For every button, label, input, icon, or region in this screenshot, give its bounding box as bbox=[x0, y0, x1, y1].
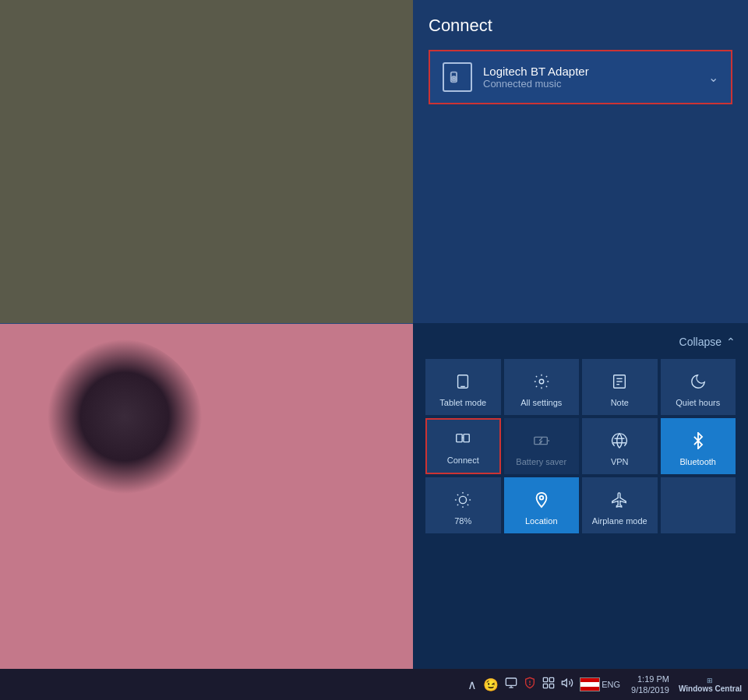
svg-point-29 bbox=[539, 496, 543, 500]
flag-icon bbox=[580, 677, 600, 691]
svg-rect-10 bbox=[457, 434, 462, 442]
tile-tablet-mode[interactable]: Tablet mode bbox=[425, 359, 501, 415]
tile-connect-label: Connect bbox=[447, 456, 479, 465]
note-icon bbox=[611, 373, 628, 395]
tile-vpn-label: VPN bbox=[611, 457, 629, 466]
tile-bluetooth[interactable]: Bluetooth bbox=[661, 418, 736, 474]
taskbar-date: 9/18/2019 bbox=[631, 684, 669, 695]
location-icon bbox=[533, 491, 550, 513]
svg-rect-37 bbox=[544, 684, 548, 688]
connect-icon bbox=[454, 431, 471, 452]
svg-point-5 bbox=[539, 379, 544, 384]
chevron-down-icon: ⌄ bbox=[708, 70, 718, 85]
tile-airplane-mode-label: Airplane mode bbox=[592, 516, 647, 526]
tile-note[interactable]: Note bbox=[582, 359, 658, 415]
device-status: Connected music bbox=[483, 78, 708, 90]
svg-point-20 bbox=[460, 496, 467, 503]
tile-vpn[interactable]: VPN bbox=[582, 418, 658, 474]
svg-rect-38 bbox=[550, 684, 554, 688]
speaker-icon bbox=[443, 62, 472, 92]
tile-quiet-hours[interactable]: Quiet hours bbox=[661, 359, 736, 415]
tile-bluetooth-label: Bluetooth bbox=[680, 457, 716, 466]
svg-line-15 bbox=[539, 438, 542, 441]
desktop-background-top-left bbox=[0, 0, 413, 323]
quick-actions-grid: Tablet mode All settings Not bbox=[425, 359, 736, 533]
svg-rect-30 bbox=[506, 678, 517, 685]
tablet-mode-icon bbox=[454, 373, 471, 395]
tile-location[interactable]: Location bbox=[504, 477, 580, 533]
tile-empty-4 bbox=[661, 477, 736, 533]
tile-connect[interactable]: Connect bbox=[425, 418, 501, 474]
taskbar: ∧ 😉 bbox=[0, 669, 748, 700]
svg-point-2 bbox=[453, 78, 455, 79]
taskbar-brand-label: Windows Central bbox=[679, 684, 742, 693]
tile-tablet-mode-label: Tablet mode bbox=[439, 398, 486, 407]
airplane-mode-icon bbox=[611, 491, 628, 513]
svg-line-24 bbox=[468, 505, 468, 505]
svg-line-28 bbox=[468, 494, 468, 495]
desktop-background-bottom-left bbox=[0, 323, 413, 670]
taskbar-screen-icon[interactable] bbox=[505, 677, 517, 692]
svg-line-27 bbox=[457, 505, 458, 505]
tile-all-settings-label: All settings bbox=[520, 398, 562, 407]
svg-point-34 bbox=[530, 684, 531, 685]
brightness-icon bbox=[454, 491, 471, 513]
taskbar-volume-icon[interactable] bbox=[561, 677, 573, 692]
action-center: Collapse ⌃ Tablet mode All setting bbox=[413, 323, 748, 670]
device-name: Logitech BT Adapter bbox=[483, 65, 708, 78]
device-info: Logitech BT Adapter Connected music bbox=[483, 65, 708, 90]
taskbar-language-area: ENG bbox=[580, 677, 620, 691]
taskbar-clock[interactable]: 1:19 PM 9/18/2019 bbox=[631, 674, 669, 696]
svg-marker-39 bbox=[563, 679, 567, 686]
connect-title: Connect bbox=[429, 16, 732, 36]
tile-battery-saver[interactable]: Battery saver bbox=[504, 418, 580, 474]
svg-line-23 bbox=[457, 494, 458, 495]
quiet-hours-icon bbox=[690, 373, 707, 395]
tile-airplane-mode[interactable]: Airplane mode bbox=[582, 477, 658, 533]
tile-brightness-label: 78% bbox=[454, 516, 471, 526]
taskbar-lang-label: ENG bbox=[602, 680, 620, 689]
vpn-icon bbox=[611, 432, 628, 454]
taskbar-brand: ⊞ Windows Central bbox=[679, 677, 742, 693]
taskbar-security-icon[interactable] bbox=[524, 677, 536, 692]
collapse-label: Collapse bbox=[679, 336, 722, 348]
device-item[interactable]: Logitech BT Adapter Connected music ⌄ bbox=[429, 50, 732, 104]
taskbar-chevron-icon[interactable]: ∧ bbox=[468, 677, 477, 692]
tile-brightness[interactable]: 78% bbox=[425, 477, 501, 533]
collapse-chevron-icon: ⌃ bbox=[726, 336, 736, 348]
collapse-bar: Collapse ⌃ bbox=[425, 336, 736, 348]
tile-location-label: Location bbox=[525, 516, 558, 526]
collapse-button[interactable]: Collapse ⌃ bbox=[679, 336, 736, 348]
svg-rect-36 bbox=[550, 677, 554, 681]
svg-rect-11 bbox=[464, 434, 469, 442]
tile-note-label: Note bbox=[611, 398, 629, 407]
taskbar-emoji-icon[interactable]: 😉 bbox=[483, 677, 499, 692]
taskbar-time: 1:19 PM bbox=[637, 674, 669, 684]
battery-saver-icon bbox=[533, 432, 550, 454]
bluetooth-icon bbox=[690, 432, 707, 454]
svg-rect-35 bbox=[544, 677, 548, 681]
tile-battery-saver-label: Battery saver bbox=[516, 457, 566, 466]
tile-all-settings[interactable]: All settings bbox=[504, 359, 580, 415]
tile-quiet-hours-label: Quiet hours bbox=[676, 398, 720, 407]
taskbar-network-icon[interactable] bbox=[542, 677, 555, 692]
taskbar-brand-icon: ⊞ bbox=[707, 677, 713, 684]
connect-panel: Connect Logitech BT Adapter Connected mu… bbox=[413, 0, 748, 323]
taskbar-system-icons: ∧ 😉 bbox=[468, 674, 742, 696]
all-settings-icon bbox=[533, 373, 550, 395]
